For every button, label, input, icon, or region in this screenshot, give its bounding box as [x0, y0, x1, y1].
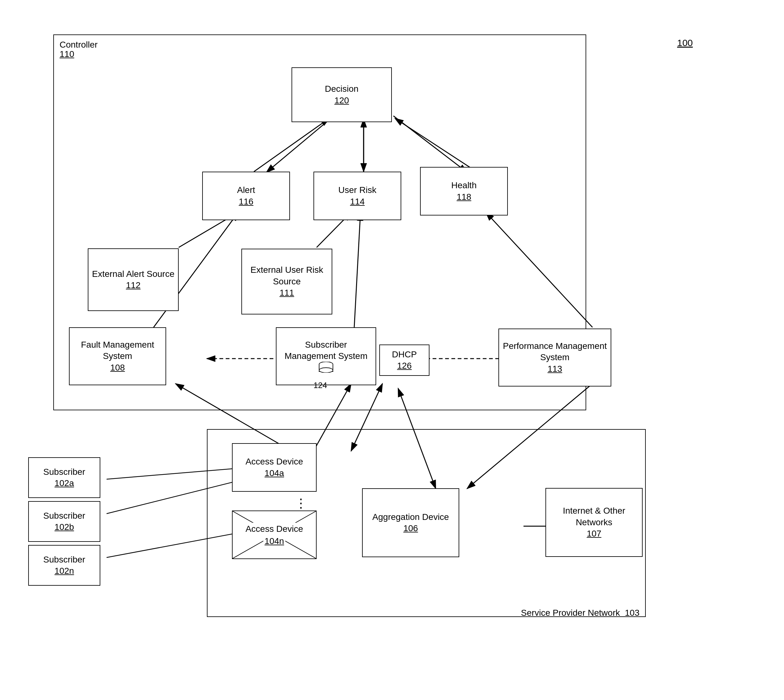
access-device-a-label: Access Device	[246, 456, 303, 467]
subscriber-n-label: Subscriber	[43, 554, 85, 565]
access-device-a-ref: 104a	[264, 468, 284, 479]
fault-mgmt-label: Fault Management System	[72, 339, 163, 362]
subscriber-n-box: Subscriber 102n	[28, 545, 100, 586]
external-user-risk-label: External User Risk Source	[244, 264, 329, 287]
subscriber-a-label: Subscriber	[43, 467, 85, 478]
subscriber-b-label: Subscriber	[43, 510, 85, 522]
decision-label: Decision	[325, 83, 358, 95]
controller-label: Controller	[60, 40, 97, 50]
user-risk-label: User Risk	[338, 185, 376, 196]
alert-box: Alert 116	[202, 172, 290, 220]
decision-ref: 120	[334, 95, 349, 106]
dhcp-box: DHCP 126	[379, 345, 430, 376]
fault-mgmt-ref: 108	[110, 362, 125, 373]
health-box: Health 118	[420, 167, 508, 215]
fault-mgmt-box: Fault Management System 108	[69, 327, 166, 385]
perf-mgmt-box: Performance Management System 113	[498, 328, 611, 387]
internet-box: Internet & Other Networks 107	[545, 488, 643, 557]
external-alert-box: External Alert Source 112	[88, 248, 179, 311]
controller-ref: 110	[60, 49, 74, 59]
spn-ref: 103	[625, 608, 640, 618]
external-alert-ref: 112	[126, 280, 141, 291]
internet-label: Internet & Other Networks	[548, 505, 640, 528]
perf-mgmt-ref: 113	[548, 363, 562, 375]
user-risk-box: User Risk 114	[313, 172, 401, 220]
health-ref: 118	[457, 192, 471, 203]
svg-point-32	[319, 368, 333, 373]
external-user-risk-ref: 111	[280, 287, 294, 298]
perf-mgmt-label: Performance Management System	[501, 340, 608, 363]
subscriber-mgmt-box: Subscriber Management System 122	[276, 327, 376, 385]
access-device-a-box: Access Device 104a	[232, 443, 317, 492]
user-risk-ref: 114	[350, 196, 365, 207]
subscriber-mgmt-label: Subscriber Management System	[279, 339, 373, 362]
decision-box: Decision 120	[291, 67, 392, 122]
alert-label: Alert	[237, 185, 255, 196]
aggregation-box: Aggregation Device 106	[362, 488, 459, 557]
diagram-container: Subscriber Mgmt (dashed bidirectional) -…	[19, 19, 765, 677]
label-124: 124	[313, 380, 327, 390]
aggregation-ref: 106	[403, 523, 418, 534]
subscriber-n-ref: 102n	[55, 565, 74, 577]
ref-100-label: 100	[677, 38, 693, 48]
external-user-risk-box: External User Risk Source 111	[241, 249, 332, 315]
subscriber-b-box: Subscriber 102b	[28, 501, 100, 542]
internet-ref: 107	[587, 528, 602, 539]
aggregation-label: Aggregation Device	[373, 512, 449, 523]
access-device-n-ref: 104n	[263, 535, 285, 547]
subscriber-a-ref: 102a	[55, 478, 74, 489]
access-device-n-label: Access Device	[244, 523, 304, 535]
access-device-n-box: Access Device 104n	[232, 510, 317, 559]
dhcp-ref: 126	[397, 360, 412, 372]
alert-ref: 116	[239, 196, 254, 207]
spn-label: Service Provider Network 103	[521, 608, 640, 618]
dhcp-label: DHCP	[392, 349, 416, 360]
subscriber-b-ref: 102b	[55, 522, 74, 533]
external-alert-label: External Alert Source	[92, 268, 174, 280]
subscriber-a-box: Subscriber 102a	[28, 457, 100, 498]
health-label: Health	[451, 180, 477, 191]
